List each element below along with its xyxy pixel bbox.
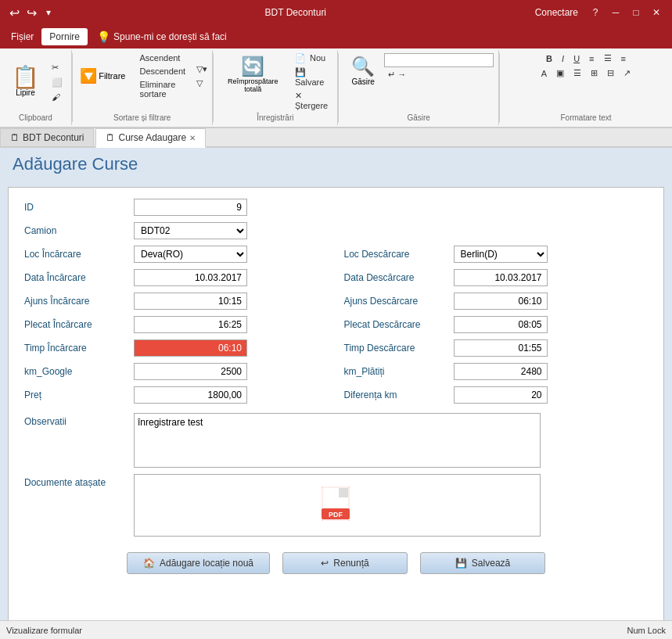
outdent[interactable]: ⊟ <box>603 66 618 80</box>
nou-button[interactable]: 📄 Nou <box>291 52 329 65</box>
clipboard-sub: ✂ ⬜ 🖌 <box>48 61 66 103</box>
ascendent-button[interactable]: Ascendent <box>135 52 189 64</box>
ajuns-incarcare-input[interactable] <box>134 293 247 310</box>
spacer <box>344 199 649 246</box>
svg-text:PDF: PDF <box>329 511 343 519</box>
tab-bdt-label: BDT Deconturi <box>23 132 84 143</box>
italic-button[interactable]: I <box>558 52 568 65</box>
format-row1: B I U ≡ ☰ ≡ <box>542 52 630 65</box>
eliminare-button[interactable]: Eliminare sortare <box>135 78 189 100</box>
records-sub: 📄 Nou 💾 Salvare ✕ Ștergere <box>291 52 332 112</box>
align-right[interactable]: ≡ <box>617 52 630 65</box>
menu-pornire[interactable]: Pornire <box>41 28 88 45</box>
timp-descarcare-input[interactable] <box>454 339 548 357</box>
ajuns-descarcare-input[interactable] <box>454 293 548 310</box>
bullet-list[interactable]: ☰ <box>570 66 585 80</box>
stergere-button[interactable]: ✕ Ștergere <box>291 89 332 112</box>
tab-curse-close[interactable]: ✕ <box>189 134 196 142</box>
form-two-col: ID Camion BDT02 Loc Încărcare Deva(RO) <box>24 199 648 410</box>
ribbon: 📋 Lipire ✂ ⬜ 🖌 Clipboard 🔽 Filtrare Asce… <box>0 48 672 128</box>
redo-button[interactable]: ↪ <box>23 5 39 20</box>
align-left[interactable]: ≡ <box>585 52 598 65</box>
title-controls: Conectare ? ─ □ ✕ <box>535 3 666 22</box>
highlight[interactable]: ▣ <box>552 66 568 80</box>
salvare-button[interactable]: 💾 Salvare <box>291 66 332 88</box>
loc-incarcare-select[interactable]: Deva(RO) <box>134 246 247 263</box>
loc-descarcare-label: Loc Descărcare <box>344 249 454 260</box>
lipire-button[interactable]: 📋 Lipire <box>5 63 46 101</box>
observatii-textarea[interactable]: înregistrare test <box>134 413 541 468</box>
diferenta-km-input[interactable] <box>454 386 548 404</box>
tab-bdt[interactable]: 🗒 BDT Deconturi <box>0 128 94 146</box>
km-google-row: km_Google <box>24 363 329 380</box>
filter-extra: ▽▾ ▽ <box>192 63 211 90</box>
data-descarcare-row: Data Descărcare <box>344 269 649 286</box>
form-right-col: Loc Descărcare Berlin(D) Data Descărcare… <box>344 199 649 410</box>
data-descarcare-input[interactable] <box>454 269 548 286</box>
find-input[interactable] <box>384 53 494 67</box>
search-icon: 🔍 <box>351 56 375 77</box>
filter-sub: Ascendent Descendent Eliminare sortare <box>135 52 189 100</box>
cut-button[interactable]: ✂ <box>48 61 66 74</box>
format-group: B I U ≡ ☰ ≡ A ▣ ☰ ⊞ ⊟ ↗ Formatare text <box>500 50 672 125</box>
salveaza-button[interactable]: 💾 Salvează <box>420 552 545 574</box>
plecat-descarcare-input[interactable] <box>454 316 548 333</box>
pret-row: Preț <box>24 386 329 404</box>
help-button[interactable]: ? <box>586 3 605 22</box>
align-center[interactable]: ☰ <box>600 52 616 65</box>
underline-button[interactable]: U <box>570 52 584 65</box>
bold-button[interactable]: B <box>542 52 556 65</box>
indent[interactable]: ⊞ <box>587 66 602 80</box>
gasire-button[interactable]: 🔍 Găsire <box>343 52 383 90</box>
id-row: ID <box>24 199 329 216</box>
status-left: Vizualizare formular <box>6 626 82 635</box>
camion-label: Camion <box>24 225 134 236</box>
camion-select[interactable]: BDT02 <box>134 222 247 239</box>
reimp-button[interactable]: 🔄 Reîmprospătare totală <box>217 52 288 97</box>
font-color[interactable]: A <box>537 67 551 80</box>
filter-extra-btn2[interactable]: ▽ <box>192 77 211 90</box>
plecat-incarcare-input[interactable] <box>134 316 247 333</box>
tab-curse[interactable]: 🗒 Curse Adaugare ✕ <box>95 128 206 148</box>
title-text: BDT Deconturi <box>265 7 326 18</box>
documente-label: Documente atașate <box>24 474 134 488</box>
loc-descarcare-select[interactable]: Berlin(D) <box>454 246 548 263</box>
timp-descarcare-row: Timp Descărcare <box>344 339 649 357</box>
maximize-button[interactable]: □ <box>627 3 645 22</box>
timp-incarcare-label: Timp Încărcare <box>24 343 134 354</box>
id-input[interactable] <box>134 199 247 216</box>
quick-access-button[interactable]: ▾ <box>41 5 56 20</box>
filtrare-button[interactable]: 🔽 Filtrare <box>73 63 132 88</box>
renunta-button[interactable]: ↩ Renunță <box>282 552 408 574</box>
close-button[interactable]: ✕ <box>647 3 666 22</box>
menu-fisier[interactable]: Fișier <box>3 28 41 45</box>
connect-label[interactable]: Conectare <box>535 7 578 18</box>
km-platiti-input[interactable] <box>454 363 548 380</box>
pret-label: Preț <box>24 390 134 400</box>
data-descarcare-label: Data Descărcare <box>344 272 454 283</box>
undo-button[interactable]: ↩ <box>6 5 22 20</box>
menu-bar: Fișier Pornire 💡 Spune-mi ce dorești să … <box>0 25 672 48</box>
adaugare-locatie-button[interactable]: 🏠 Adăugare locație nouă <box>127 552 270 574</box>
format-button[interactable]: 🖌 <box>48 91 66 103</box>
records-label: Înregistrări <box>257 112 293 122</box>
documente-row: Documente atașate PDF <box>24 474 648 537</box>
filter-extra-btn1[interactable]: ▽▾ <box>192 63 211 76</box>
timp-incarcare-input[interactable] <box>134 339 247 357</box>
diferenta-km-row: Diferența km <box>344 386 649 404</box>
find-extra[interactable]: ↵ → <box>384 68 494 81</box>
km-google-input[interactable] <box>134 363 247 380</box>
filter-buttons: 🔽 Filtrare Ascendent Descendent Eliminar… <box>73 52 211 112</box>
status-bar: Vizualizare formular Num Lock <box>0 620 672 639</box>
minimize-button[interactable]: ─ <box>606 3 625 22</box>
data-incarcare-input[interactable] <box>134 269 247 286</box>
format-label: Formatare text <box>561 112 612 122</box>
descendent-button[interactable]: Descendent <box>135 65 189 77</box>
pret-input[interactable] <box>134 386 247 404</box>
copy-button[interactable]: ⬜ <box>48 76 66 89</box>
documente-area[interactable]: PDF <box>134 474 541 537</box>
rtf-expand[interactable]: ↗ <box>620 66 634 80</box>
menu-help[interactable]: 💡 Spune-mi ce dorești să faci <box>97 31 227 43</box>
svg-rect-4 <box>339 488 348 497</box>
tab-curse-label: Curse Adaugare <box>118 132 186 143</box>
